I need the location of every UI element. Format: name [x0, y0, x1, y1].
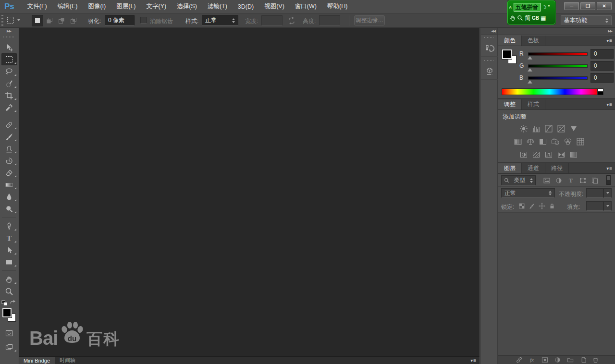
tab-channels[interactable]: 通道 — [522, 163, 545, 173]
filter-shape-layers-button[interactable] — [579, 177, 587, 184]
tab-color[interactable]: 颜色 — [498, 36, 522, 46]
r-slider[interactable] — [528, 56, 532, 60]
tool-clone-stamp[interactable] — [0, 143, 18, 155]
selective-color-button[interactable] — [568, 149, 579, 160]
subtract-from-selection-button[interactable] — [56, 15, 67, 26]
fill-dropdown-button[interactable] — [603, 201, 612, 211]
new-layer-button[interactable] — [579, 356, 587, 364]
new-selection-button[interactable] — [32, 15, 43, 26]
foreground-color-swatch[interactable] — [2, 308, 12, 317]
tool-hand[interactable] — [0, 273, 18, 285]
menu-image[interactable]: 图像(I) — [83, 2, 111, 11]
menu-file[interactable]: 文件(F) — [22, 2, 52, 11]
ime-collapse-icon[interactable]: « — [508, 6, 513, 9]
spectrum-white-swatch[interactable] — [598, 88, 603, 92]
tab-timeline[interactable]: 时间轴 — [55, 357, 80, 364]
ime-gb-toggle[interactable]: GB — [532, 15, 539, 21]
g-gradient-bar[interactable] — [528, 64, 588, 68]
spectrum-black-swatch[interactable] — [598, 92, 603, 95]
tool-history-brush[interactable] — [0, 155, 18, 167]
tool-rectangular-marquee[interactable] — [0, 53, 18, 65]
hue-saturation-button[interactable] — [513, 136, 523, 147]
tool-move[interactable] — [0, 41, 18, 53]
magnifier-ime-icon[interactable] — [517, 15, 523, 21]
tab-adjustments[interactable]: 调整 — [498, 99, 522, 109]
color-panel-menu[interactable]: ▾≡ — [606, 36, 615, 46]
new-adjustment-layer-button[interactable] — [554, 356, 561, 364]
restore-button[interactable]: ❐ — [580, 2, 595, 10]
minidock-grip-1[interactable] — [484, 36, 494, 39]
adjustments-panel-menu[interactable]: ▾≡ — [606, 99, 615, 109]
color-balance-button[interactable] — [525, 136, 536, 147]
hand-ime-icon[interactable] — [509, 15, 516, 21]
minidock-grip-2[interactable] — [484, 60, 494, 62]
ime-toolbar[interactable]: « 五笔拼音 ☽ ” 简 GB ▦ — [507, 0, 555, 24]
tool-dodge[interactable] — [0, 203, 18, 215]
opacity-value-box[interactable] — [586, 188, 603, 198]
width-input[interactable] — [261, 15, 283, 25]
vibrance-button[interactable] — [568, 123, 579, 134]
tool-blur[interactable] — [0, 191, 18, 203]
height-input[interactable] — [319, 15, 340, 25]
default-colors-icon[interactable] — [1, 298, 8, 306]
lock-all-button[interactable] — [549, 203, 555, 209]
menu-select[interactable]: 选择(S) — [172, 2, 202, 11]
menu-type[interactable]: 文字(Y) — [141, 2, 172, 11]
screen-mode-button[interactable] — [0, 341, 18, 353]
tab-layers[interactable]: 图层 — [498, 163, 522, 173]
intersect-selection-button[interactable] — [68, 15, 79, 26]
gradient-map-button[interactable] — [556, 149, 566, 160]
tool-path-selection[interactable] — [0, 244, 18, 256]
menu-edit[interactable]: 编辑(E) — [52, 2, 83, 11]
menu-layer[interactable]: 图层(L) — [111, 2, 141, 11]
invert-button[interactable] — [518, 149, 529, 160]
b-value-input[interactable] — [590, 73, 614, 83]
options-grip[interactable] — [1, 15, 4, 26]
menu-help[interactable]: 帮助(H) — [322, 2, 353, 11]
refine-edge-button[interactable]: 调整边缘… — [354, 15, 385, 25]
moon-icon[interactable]: ☽ — [542, 4, 547, 11]
tool-gradient[interactable] — [0, 179, 18, 191]
swap-dimensions-icon[interactable] — [287, 17, 296, 24]
tool-zoom[interactable] — [0, 285, 18, 297]
link-layers-button[interactable] — [516, 356, 523, 364]
tool-pen[interactable] — [0, 220, 18, 232]
lock-image-pixels-button[interactable] — [529, 203, 535, 209]
levels-button[interactable] — [531, 123, 541, 134]
minidock-expand[interactable]: ◀◀ — [481, 28, 497, 35]
add-layer-mask-button[interactable] — [541, 356, 549, 364]
menu-3d[interactable]: 3D(D) — [233, 3, 259, 10]
tool-brush[interactable] — [0, 131, 18, 143]
dock-collapse[interactable]: ▶▶ — [498, 28, 615, 35]
tab-swatches[interactable]: 色板 — [522, 36, 545, 46]
tool-eyedropper[interactable] — [0, 101, 18, 113]
layer-filter-type-dropdown[interactable]: 类型 — [501, 175, 536, 185]
tool-lasso[interactable] — [0, 65, 18, 77]
menu-view[interactable]: 视图(V) — [259, 2, 290, 11]
layers-list[interactable] — [498, 213, 615, 355]
color-spectrum-ramp[interactable] — [502, 88, 598, 95]
tool-quick-selection[interactable] — [0, 77, 18, 89]
toolbar-collapse[interactable]: ▶▶ — [0, 28, 18, 35]
b-slider[interactable] — [528, 80, 532, 84]
lock-transparent-pixels-button[interactable] — [518, 203, 525, 209]
quick-mask-button[interactable] — [0, 327, 18, 339]
delete-layer-button[interactable] — [592, 356, 599, 364]
b-gradient-bar[interactable] — [528, 76, 588, 80]
minimize-button[interactable]: ─ — [564, 2, 579, 10]
filter-pixel-layers-button[interactable] — [543, 177, 551, 184]
tool-preset-picker[interactable] — [6, 15, 20, 25]
menu-filter[interactable]: 滤镜(T) — [202, 2, 233, 11]
layer-filter-toggle[interactable] — [606, 175, 611, 185]
workspace-switcher[interactable]: 基本功能 — [561, 15, 612, 25]
black-white-button[interactable] — [538, 136, 548, 147]
exposure-button[interactable] — [556, 123, 566, 134]
tool-crop[interactable] — [0, 89, 18, 101]
tool-eraser[interactable] — [0, 167, 18, 179]
tab-mini-bridge[interactable]: Mini Bridge — [19, 357, 55, 364]
posterize-button[interactable] — [531, 149, 541, 160]
style-dropdown[interactable]: 正常 — [202, 15, 238, 25]
menu-window[interactable]: 窗口(W) — [290, 2, 322, 11]
panel-foreground-swatch[interactable] — [502, 49, 512, 59]
feather-input[interactable] — [105, 15, 135, 25]
